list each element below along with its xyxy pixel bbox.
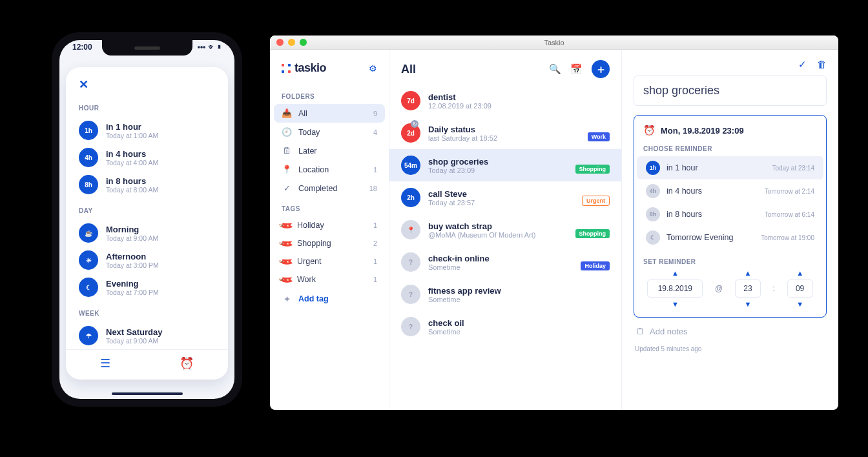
- option-subtitle: Today at 4:00 AM: [106, 159, 158, 167]
- phone-screen: 12:00 ••• ᯤ ▮ ✕ HOUR1hin 1 hourToday at …: [59, 40, 234, 399]
- tag-count: 1: [373, 258, 377, 265]
- reminder-option[interactable]: ☀AfternoonToday at 3:00 PM: [79, 247, 215, 274]
- folder-icon: 🕘: [282, 127, 292, 137]
- task-subtitle: Today at 23:57: [428, 199, 475, 207]
- hour-input[interactable]: [735, 279, 761, 298]
- reminder-option[interactable]: 8hin 8 hoursToday at 8:00 AM: [79, 171, 215, 198]
- tag-item[interactable]: 🔖Shopping2: [270, 234, 389, 252]
- reminder-option[interactable]: 1hin 1 hourToday at 1:00 AM: [79, 117, 215, 144]
- option-time: Tomorrow at 19:00: [761, 234, 814, 241]
- hour-down-icon[interactable]: ▼: [744, 300, 751, 308]
- reminder-option[interactable]: ☕MorningToday at 9:00 AM: [79, 219, 215, 247]
- option-subtitle: Today at 9:00 AM: [106, 337, 162, 345]
- delete-icon[interactable]: 🗑: [817, 59, 827, 70]
- search-icon[interactable]: 🔍: [549, 63, 561, 75]
- task-detail-pane: ✓ 🗑 shop groceries ⏰ Mon, 19.8.2019 23:0…: [622, 50, 838, 410]
- task-row[interactable]: ?check oilSometime: [389, 310, 621, 343]
- phone-section-heading: DAY: [79, 207, 215, 214]
- tag-label: Holiday: [297, 221, 324, 230]
- task-title-input[interactable]: shop groceries: [634, 76, 827, 106]
- option-subtitle: Today at 7:00 PM: [106, 289, 159, 296]
- recurring-icon: ↻: [411, 120, 418, 128]
- add-task-button[interactable]: ＋: [592, 60, 610, 78]
- minute-up-icon[interactable]: ▲: [796, 269, 803, 277]
- task-row[interactable]: ?fitness app reviewSometime: [389, 278, 621, 310]
- folder-count: 4: [373, 128, 377, 136]
- add-tag-label: Add tag: [298, 294, 329, 303]
- tag-item[interactable]: 🔖Holiday1: [270, 216, 389, 234]
- reminder-option[interactable]: 4hin 4 hoursTomorrow at 2:14: [643, 179, 817, 203]
- tag-item[interactable]: 🔖Urgent1: [270, 252, 389, 270]
- task-row[interactable]: 📍buy watch strap@MoMA (Museum Of Modern …: [389, 214, 621, 246]
- task-bubble-icon: 📍: [401, 220, 420, 239]
- tag-count: 1: [373, 276, 377, 283]
- date-down-icon[interactable]: ▼: [672, 300, 679, 308]
- reminder-sheet: ✕ HOUR1hin 1 hourToday at 1:00 AM4hin 4 …: [66, 67, 228, 380]
- folder-item[interactable]: 🗓Later: [270, 141, 389, 160]
- minute-down-icon[interactable]: ▼: [796, 300, 803, 308]
- option-subtitle: Today at 9:00 AM: [106, 234, 158, 242]
- phone-bottom-nav: ☰ ⏰: [66, 349, 228, 380]
- task-row[interactable]: 7ddentist12.08.2019 at 23:09: [389, 85, 621, 117]
- reminder-option[interactable]: ☂Next SaturdayToday at 9:00 AM: [79, 322, 215, 349]
- task-badge: Holiday: [581, 261, 610, 270]
- minute-input[interactable]: [787, 279, 813, 298]
- list-title: All: [401, 63, 540, 76]
- task-bubble-icon: ?: [401, 285, 420, 304]
- close-icon[interactable]: ✕: [66, 77, 228, 96]
- reminder-option[interactable]: ☾Tomorrow EveningTomorrow at 19:00: [643, 226, 817, 249]
- settings-icon[interactable]: ⚙: [369, 63, 377, 74]
- reminder-option[interactable]: 4hin 4 hoursToday at 4:00 AM: [79, 144, 215, 171]
- option-title: Afternoon: [106, 252, 159, 261]
- option-title: Next Saturday: [106, 327, 162, 337]
- add-tag-button[interactable]: ＋ Add tag: [270, 289, 389, 309]
- task-title: Daily status: [428, 125, 497, 134]
- reminder-option[interactable]: ☾EveningToday at 7:00 PM: [79, 274, 215, 301]
- alarm-icon: ⏰: [643, 125, 656, 136]
- folder-item[interactable]: ✓Completed18: [270, 179, 389, 198]
- option-label: in 1 hour: [666, 163, 698, 172]
- hour-up-icon[interactable]: ▲: [744, 269, 751, 277]
- calendar-icon[interactable]: 📅: [570, 63, 583, 75]
- reminder-option[interactable]: 8hin 8 hoursTomorrow at 6:14: [643, 203, 817, 226]
- folder-item[interactable]: 📥All9: [274, 104, 385, 123]
- folder-icon: 🗓: [282, 146, 292, 156]
- logo-icon: [282, 64, 291, 73]
- task-title: shop groceries: [428, 157, 488, 167]
- folder-item[interactable]: 🕘Today4: [270, 123, 389, 141]
- task-row[interactable]: 2hcall SteveToday at 23:57Urgent: [389, 181, 621, 214]
- folder-count: 18: [369, 185, 377, 192]
- tag-count: 2: [373, 239, 377, 247]
- sidebar: taskio ⚙ FOLDERS 📥All9🕘Today4🗓Later📍Loca…: [270, 50, 389, 410]
- list-view-icon[interactable]: ☰: [100, 356, 110, 371]
- tag-icon: 🔖: [280, 255, 293, 268]
- reminder-option[interactable]: 1hin 1 hourToday at 23:14: [637, 156, 823, 179]
- folder-icon: ✓: [282, 183, 292, 193]
- task-row[interactable]: 54mshop groceriesToday at 23:09Shopping: [389, 149, 621, 181]
- option-bubble-icon: 4h: [79, 148, 98, 167]
- task-subtitle: 12.08.2019 at 23:09: [428, 102, 491, 110]
- folder-label: All: [298, 109, 307, 118]
- date-input[interactable]: [647, 279, 703, 298]
- task-bubble-icon: ?: [401, 317, 420, 336]
- complete-icon[interactable]: ✓: [798, 59, 807, 70]
- tag-item[interactable]: 🔖Work1: [270, 270, 389, 289]
- task-subtitle: last Saturday at 18:52: [428, 134, 497, 142]
- add-notes-label: Add notes: [650, 327, 688, 336]
- option-title: in 1 hour: [106, 122, 158, 132]
- folder-item[interactable]: 📍Location1: [270, 160, 389, 179]
- option-subtitle: Today at 1:00 AM: [106, 132, 158, 139]
- date-up-icon[interactable]: ▲: [672, 269, 679, 277]
- choose-reminder-heading: CHOOSE REMINDER: [643, 145, 817, 152]
- task-row[interactable]: ?check-in onlineSometimeHoliday: [389, 246, 621, 278]
- task-row[interactable]: 2dDaily statuslast Saturday at 18:52Work…: [389, 117, 621, 149]
- add-notes-button[interactable]: 🗒 Add notes: [634, 318, 827, 339]
- option-time: Tomorrow at 2:14: [765, 188, 814, 195]
- alarm-view-icon[interactable]: ⏰: [180, 356, 194, 371]
- task-badge: Shopping: [575, 165, 610, 174]
- task-badge: Shopping: [575, 229, 610, 238]
- task-subtitle: Today at 23:09: [428, 167, 488, 174]
- option-bubble-icon: 8h: [646, 207, 660, 221]
- option-time: Tomorrow at 6:14: [765, 211, 814, 218]
- task-subtitle: Sometime: [428, 328, 464, 336]
